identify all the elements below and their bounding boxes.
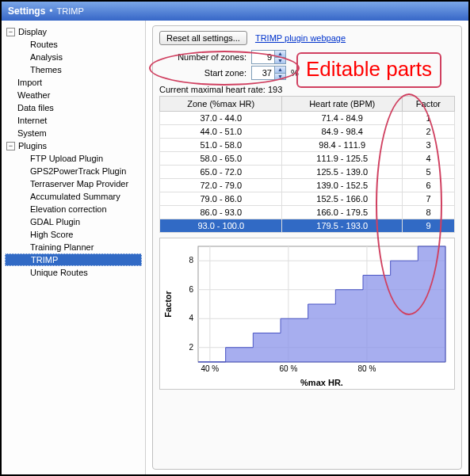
tree-datafiles[interactable]: Data files: [5, 101, 142, 114]
startzone-label: Start zone:: [159, 68, 246, 78]
tree-trimp[interactable]: TRIMP: [5, 253, 142, 266]
table-row[interactable]: 58.0 - 65.0111.9 - 125.54: [160, 152, 455, 166]
max-hr-label: Current maximal heart rate: 193: [159, 85, 455, 94]
svg-text:4: 4: [189, 314, 193, 322]
col-zone[interactable]: Zone (%max HR): [160, 97, 282, 112]
tree-display[interactable]: − Display: [5, 25, 142, 38]
svg-text:Factor: Factor: [163, 290, 173, 317]
minus-icon[interactable]: −: [6, 142, 15, 150]
table-row[interactable]: 86.0 - 93.0166.0 - 179.58: [160, 206, 455, 219]
table-row[interactable]: 79.0 - 86.0152.5 - 166.07: [160, 192, 455, 206]
minus-icon[interactable]: −: [6, 28, 15, 36]
numzones-label: Number of zones:: [159, 52, 246, 62]
tree-high[interactable]: High Score: [5, 228, 142, 241]
svg-text:2: 2: [189, 343, 193, 352]
tree-train[interactable]: Training Planner: [5, 241, 142, 253]
col-factor[interactable]: Factor: [402, 97, 454, 112]
title-bar: Settings • TRIMP: [2, 2, 468, 21]
title-sub: TRIMP: [57, 6, 84, 16]
table-row[interactable]: 93.0 - 100.0179.5 - 193.09: [160, 219, 455, 233]
tree-system[interactable]: System: [5, 127, 142, 139]
svg-text:80 %: 80 %: [358, 364, 376, 373]
table-row[interactable]: 72.0 - 79.0139.0 - 152.56: [160, 179, 455, 192]
tree-gps2[interactable]: GPS2PowerTrack Plugin: [5, 165, 142, 177]
numzones-input[interactable]: [252, 51, 274, 63]
table-row[interactable]: 37.0 - 44.071.4 - 84.91: [160, 112, 455, 125]
numzones-spinner[interactable]: ▲ ▼: [251, 50, 286, 64]
tree-gdal[interactable]: GDAL Plugin: [5, 215, 142, 228]
tree-weather[interactable]: Weather: [5, 89, 142, 101]
zones-table: Zone (%max HR) Heart rate (BPM) Factor 3…: [159, 96, 455, 233]
svg-text:8: 8: [189, 256, 193, 265]
tree-plugins[interactable]: − Plugins: [5, 139, 142, 152]
settings-panel: Reset all settings... TRIMP plugin webpa…: [152, 25, 462, 470]
svg-text:60 %: 60 %: [280, 364, 298, 373]
spin-down-icon[interactable]: ▼: [274, 58, 285, 64]
tree-themes[interactable]: Themes: [5, 63, 142, 76]
pct-label: %: [291, 68, 299, 78]
tree-import[interactable]: Import: [5, 76, 142, 89]
tree-analysis[interactable]: Analysis: [5, 51, 142, 63]
spin-up-icon[interactable]: ▲: [274, 51, 285, 58]
tree-elev[interactable]: Elevation correction: [5, 203, 142, 215]
tree-acc[interactable]: Accumulated Summary: [5, 190, 142, 203]
startzone-spinner[interactable]: ▲ ▼: [251, 66, 286, 80]
svg-text:40 %: 40 %: [201, 364, 219, 373]
table-row[interactable]: 44.0 - 51.084.9 - 98.42: [160, 125, 455, 139]
tree-ftp[interactable]: FTP Upload Plugin: [5, 152, 142, 165]
plugin-webpage-link[interactable]: TRIMP plugin webpage: [255, 33, 346, 43]
svg-text:%max HR.: %max HR.: [300, 378, 343, 387]
tree-uniq[interactable]: Unique Routes: [5, 266, 142, 279]
startzone-input[interactable]: [252, 67, 274, 79]
reset-button[interactable]: Reset all settings...: [159, 31, 247, 45]
sidebar-tree: − Display Routes Analysis Themes Import …: [2, 21, 146, 474]
tree-terra[interactable]: Terraserver Map Provider: [5, 177, 142, 190]
tree-internet[interactable]: Internet: [5, 114, 142, 127]
chart: 246840 %60 %80 %%max HR.Factor: [159, 238, 455, 390]
table-row[interactable]: 51.0 - 58.098.4 - 111.93: [160, 139, 455, 152]
spin-up-icon[interactable]: ▲: [274, 67, 285, 74]
tree-routes[interactable]: Routes: [5, 38, 142, 51]
spin-down-icon[interactable]: ▼: [274, 74, 285, 80]
title-main: Settings: [8, 6, 45, 17]
table-row[interactable]: 65.0 - 72.0125.5 - 139.05: [160, 166, 455, 179]
svg-text:6: 6: [189, 285, 193, 294]
col-hr[interactable]: Heart rate (BPM): [282, 97, 402, 112]
